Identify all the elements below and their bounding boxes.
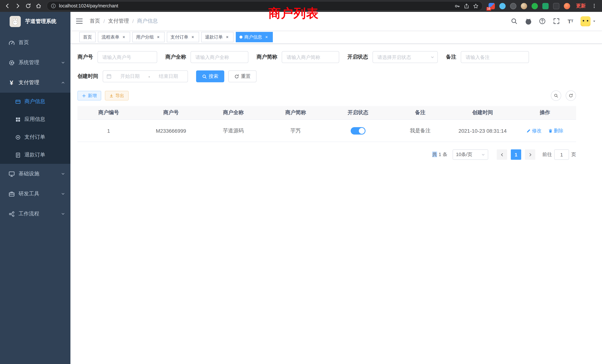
page-number-button[interactable]: 1 [511,149,521,160]
refresh-table-icon[interactable] [566,90,576,101]
end-date-placeholder[interactable]: 结束日期 [152,73,184,80]
refresh-icon [234,74,239,79]
browser-reload-icon[interactable] [24,1,33,10]
add-button[interactable]: 新增 [77,91,101,100]
col-status: 开启状态 [327,106,389,119]
browser-update-button[interactable]: 更新 [576,3,586,9]
sidebar-item-home[interactable]: 首页 [0,33,70,53]
close-icon[interactable]: × [190,34,195,40]
sidebar-item-system[interactable]: 系统管理 [0,53,70,73]
share-icon[interactable] [464,3,469,9]
app-title: 芋道管理系统 [25,18,56,25]
delete-link[interactable]: 删除 [548,127,563,134]
pagination: 共1 条 10条/页 1 前往 页 [77,149,576,160]
full-name-input[interactable] [191,51,248,63]
close-icon[interactable]: × [121,34,126,40]
monitor-icon [8,171,15,177]
table-header-row: 商户编号 商户号 商户全称 商户简称 开启状态 备注 创建时间 操作 [77,106,576,119]
merchant-table: 商户编号 商户号 商户全称 商户简称 开启状态 备注 创建时间 操作 1 M23… [77,106,576,142]
url-text[interactable]: localhost:1024/pay/merchant [59,3,452,9]
bookmark-star-icon[interactable] [473,3,479,9]
browser-extension-icon[interactable] [564,3,570,9]
close-icon[interactable]: × [225,34,230,40]
browser-extension-icon[interactable] [499,3,506,9]
button-label: 重置 [241,73,251,80]
tab-process-form[interactable]: 流程表单 × [98,32,130,42]
browser-extension-icon[interactable] [532,3,538,9]
start-date-placeholder[interactable]: 开始日期 [114,73,146,80]
breadcrumb-payment[interactable]: 支付管理 [108,18,129,24]
page-content: 商户号 商户全称 商户简称 开启状态 [70,44,602,160]
tab-home[interactable]: 首页 [79,32,96,42]
sidebar-item-infrastructure[interactable]: 基础设施 [0,164,70,184]
github-icon[interactable] [524,17,532,25]
sidebar-item-app-info[interactable]: 应用信息 [0,110,70,128]
remark-input[interactable] [461,51,529,63]
short-name-input[interactable] [282,51,339,63]
table-toolbar: 新增 导出 [77,90,576,101]
cell-actions: 修改 删除 [514,119,576,142]
search-icon[interactable] [510,17,518,25]
cell-merchant-id: 1 [77,119,140,142]
search-button[interactable]: 搜索 [196,70,224,82]
toggle-search-icon[interactable] [551,90,561,101]
link-label: 修改 [532,127,542,134]
goto-page-input[interactable] [554,149,569,160]
font-size-icon[interactable]: TT [566,17,575,25]
reset-button[interactable]: 重置 [228,70,257,82]
browser-extension-icon[interactable] [510,3,516,9]
browser-extension-icon[interactable] [542,3,549,9]
page-size-select[interactable]: 10条/页 [453,149,488,160]
tab-payment-orders[interactable]: 支付订单 × [167,32,199,42]
sidebar-toggle-icon[interactable] [76,17,83,25]
col-create-time: 创建时间 [452,106,514,119]
sidebar: 芋道管理系统 首页 系统管理 ¥ 支付管理 [0,12,70,364]
date-range-picker[interactable]: 开始日期 - 结束日期 [103,70,188,82]
browser-extension-icon[interactable]: 10 [489,3,495,9]
browser-back-icon[interactable] [3,1,12,10]
payment-submenu: 商户信息 应用信息 支付订单 [0,93,70,164]
col-merchant-no: 商户号 [140,106,202,119]
sidebar-item-refund-orders[interactable]: 退款订单 [0,146,70,164]
app-logo[interactable]: 芋道管理系统 [0,12,70,31]
plus-icon [82,94,86,98]
prev-page-button[interactable] [497,149,507,160]
browser-menu-icon[interactable] [592,3,597,9]
close-icon[interactable]: × [264,34,269,40]
export-button[interactable]: 导出 [105,91,129,100]
cell-merchant-no: M233666999 [140,119,202,142]
site-info-icon[interactable] [51,3,56,9]
password-key-icon[interactable] [454,3,460,9]
next-page-button[interactable] [525,149,535,160]
tab-refund-orders[interactable]: 退款订单 × [201,32,234,42]
logo-avatar [10,16,21,27]
sidebar-item-label: 基础设施 [19,171,61,177]
status-toggle[interactable] [351,127,365,134]
merchant-no-input[interactable] [97,51,157,63]
sidebar-item-merchant-info[interactable]: 商户信息 [0,93,70,110]
cell-create-time: 2021-10-23 08:31:14 [452,119,514,142]
tab-merchant-info[interactable]: 商户信息 × [236,32,273,42]
link-label: 删除 [554,127,563,134]
status-select[interactable] [373,51,438,63]
browser-forward-icon[interactable] [13,1,22,10]
cell-status [327,119,389,142]
sidebar-item-dev-tools[interactable]: 研发工具 [0,184,70,204]
help-icon[interactable] [538,17,546,25]
browser-home-icon[interactable] [34,1,43,10]
fullscreen-icon[interactable] [552,17,560,25]
sidebar-item-workflow[interactable]: 工作流程 [0,204,70,224]
sidebar-item-payment[interactable]: ¥ 支付管理 [0,73,70,93]
dashboard-icon [8,39,15,46]
breadcrumb-home[interactable]: 首页 [90,18,100,24]
tab-user-group[interactable]: 用户分组 × [132,32,165,42]
edit-link[interactable]: 修改 [526,127,542,134]
browser-extension-icon[interactable] [553,3,559,9]
browser-extension-icon[interactable] [521,3,527,9]
sidebar-item-payment-orders[interactable]: 支付订单 [0,128,70,146]
close-icon[interactable]: × [156,34,161,40]
user-avatar-menu[interactable] [580,16,596,26]
address-bar[interactable]: localhost:1024/pay/merchant [47,1,483,11]
total-prefix: 共 [432,152,437,157]
chevron-down-icon [61,192,65,196]
